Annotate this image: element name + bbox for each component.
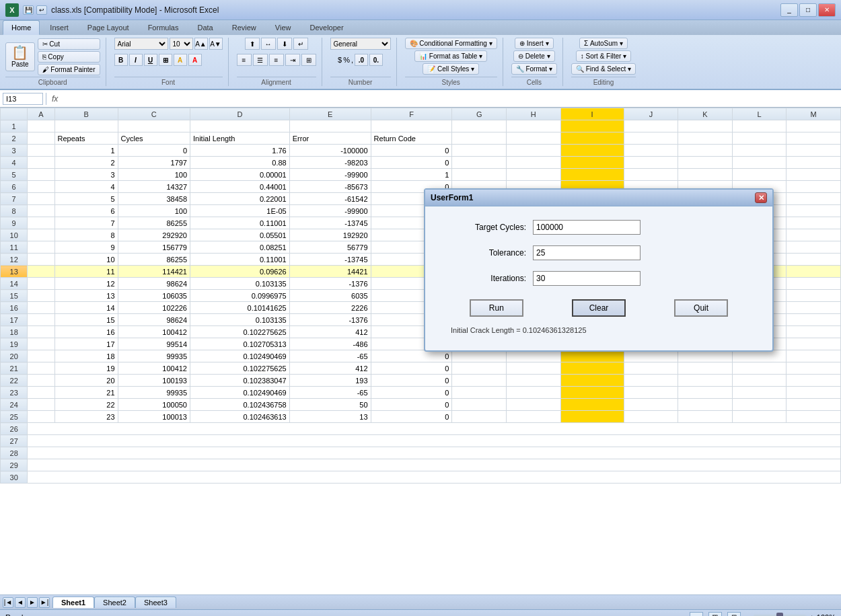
cell-d3[interactable]: 1.76 — [190, 145, 290, 157]
indent-button[interactable]: ⇥ — [285, 54, 300, 66]
cell-b7[interactable]: 5 — [54, 193, 118, 205]
row-header[interactable]: 12 — [1, 254, 28, 266]
cell-e7[interactable]: -61542 — [289, 193, 371, 205]
zoom-in-button[interactable]: + — [809, 613, 813, 617]
cell-f20[interactable]: 0 — [371, 350, 452, 362]
cell-a22[interactable] — [28, 375, 54, 387]
row-header[interactable]: 10 — [1, 229, 28, 241]
sheet-tab-sheet1[interactable]: Sheet1 — [52, 596, 94, 608]
cell-c7[interactable]: 38458 — [118, 193, 190, 205]
cell-e21[interactable]: 412 — [289, 362, 371, 375]
cell-k3[interactable] — [678, 145, 733, 157]
cell-h3[interactable] — [507, 145, 561, 157]
cell-e6[interactable]: -85673 — [289, 181, 371, 193]
col-header-g[interactable]: G — [452, 108, 507, 120]
cell-b18[interactable]: 16 — [54, 326, 118, 338]
conditional-formatting-button[interactable]: 🎨 Conditional Formatting ▾ — [405, 38, 497, 49]
cell-m9[interactable] — [787, 217, 841, 229]
cell-e17[interactable]: -1376 — [289, 314, 371, 326]
cell-l3[interactable] — [732, 145, 787, 157]
cell-m6[interactable] — [787, 181, 841, 193]
cell-i2[interactable] — [560, 132, 624, 145]
decrease-decimal-button[interactable]: 0. — [369, 54, 383, 66]
col-header-e[interactable]: E — [289, 108, 371, 120]
sheet-tab-sheet3[interactable]: Sheet3 — [135, 596, 176, 608]
cell-reference-input[interactable] — [3, 93, 43, 105]
cell-e15[interactable]: 6035 — [289, 290, 371, 302]
row-header[interactable]: 23 — [1, 387, 28, 399]
cell-l24[interactable] — [732, 399, 787, 411]
cell-i21[interactable] — [560, 362, 624, 375]
cell-c12[interactable]: 86255 — [118, 254, 190, 266]
cell-m21[interactable] — [787, 362, 841, 375]
row-header[interactable]: 15 — [1, 290, 28, 302]
format-painter-button[interactable]: 🖌 Format Painter — [38, 64, 100, 75]
row-header[interactable]: 28 — [1, 447, 28, 459]
cell-h25[interactable] — [507, 411, 561, 423]
cell-h2[interactable] — [507, 132, 561, 145]
cell-e14[interactable]: -1376 — [289, 278, 371, 290]
cell-c8[interactable]: 100 — [118, 205, 190, 217]
row-header[interactable]: 17 — [1, 314, 28, 326]
cell-a20[interactable] — [28, 350, 54, 362]
align-right-button[interactable]: ≡ — [269, 54, 284, 66]
cell-f5[interactable]: 1 — [371, 169, 452, 181]
row-header[interactable]: 14 — [1, 278, 28, 290]
tab-page-layout[interactable]: Page Layout — [79, 20, 138, 35]
cell-c6[interactable]: 14327 — [118, 181, 190, 193]
col-header-k[interactable]: K — [678, 108, 733, 120]
col-header-b[interactable]: B — [54, 108, 118, 120]
row-header[interactable]: 5 — [1, 169, 28, 181]
cell-b9[interactable]: 7 — [54, 217, 118, 229]
row-header[interactable]: 26 — [1, 423, 28, 435]
row-header[interactable]: 1 — [1, 120, 28, 132]
underline-button[interactable]: U — [144, 54, 157, 66]
cell-g20[interactable] — [452, 350, 507, 362]
cell-d8[interactable]: 1E-05 — [190, 205, 290, 217]
cell-k23[interactable] — [678, 387, 733, 399]
cell-e11[interactable]: 56779 — [289, 241, 371, 254]
row-header[interactable]: 3 — [1, 145, 28, 157]
bold-button[interactable]: B — [114, 54, 128, 66]
cell-f3[interactable]: 0 — [371, 145, 452, 157]
close-button[interactable]: ✕ — [818, 3, 836, 17]
cell-l4[interactable] — [732, 157, 787, 169]
cell-m16[interactable] — [787, 302, 841, 314]
cell-i20[interactable] — [560, 350, 624, 362]
cell-c23[interactable]: 99935 — [118, 387, 190, 399]
cell-e8[interactable]: -99900 — [289, 205, 371, 217]
cell-l21[interactable] — [732, 362, 787, 375]
border-button[interactable]: ⊞ — [159, 54, 172, 66]
cut-button[interactable]: ✂ Cut — [38, 38, 100, 50]
cell-j2[interactable] — [624, 132, 678, 145]
tab-data[interactable]: Data — [188, 20, 221, 35]
cell-m18[interactable] — [787, 326, 841, 338]
cell-b21[interactable]: 19 — [54, 362, 118, 375]
cell-k21[interactable] — [678, 362, 733, 375]
cell-b12[interactable]: 10 — [54, 254, 118, 266]
cell-m1[interactable] — [787, 120, 841, 132]
cell-m8[interactable] — [787, 205, 841, 217]
target-cycles-input[interactable] — [533, 220, 641, 235]
cell-k25[interactable] — [678, 411, 733, 423]
cell-d5[interactable]: 0.00001 — [190, 169, 290, 181]
cell-c18[interactable]: 100412 — [118, 326, 190, 338]
col-header-h[interactable]: H — [507, 108, 561, 120]
cell-d6[interactable]: 0.44001 — [190, 181, 290, 193]
cell-a16[interactable] — [28, 302, 54, 314]
tab-developer[interactable]: Developer — [301, 20, 352, 35]
cell-g21[interactable] — [452, 362, 507, 375]
cell-b8[interactable]: 6 — [54, 205, 118, 217]
row-header[interactable]: 19 — [1, 338, 28, 350]
cell-g25[interactable] — [452, 411, 507, 423]
cell-m3[interactable] — [787, 145, 841, 157]
tab-review[interactable]: Review — [223, 20, 265, 35]
cell-b13[interactable]: 11 — [54, 266, 118, 278]
cell-m24[interactable] — [787, 399, 841, 411]
cell-j4[interactable] — [624, 157, 678, 169]
cell-d25[interactable]: 0.102463613 — [190, 411, 290, 423]
cell-b2[interactable]: Repeats — [54, 132, 118, 145]
cell-d20[interactable]: 0.102490469 — [190, 350, 290, 362]
cell-a25[interactable] — [28, 411, 54, 423]
cell-k22[interactable] — [678, 375, 733, 387]
